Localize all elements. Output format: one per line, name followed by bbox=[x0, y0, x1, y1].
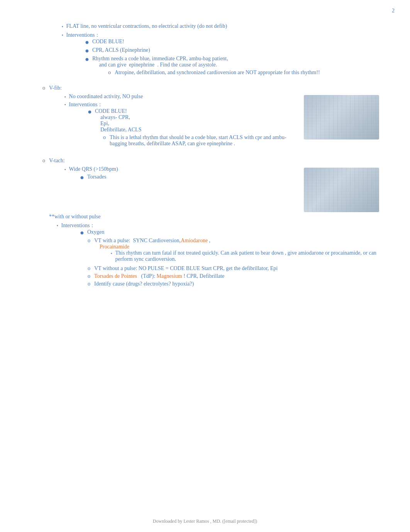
with-without-note: **with or without pulse bbox=[49, 214, 379, 220]
footer: Downloaded by Lester Ramos , MD. ([email… bbox=[0, 518, 410, 524]
oxygen-item: ● Oxygen bbox=[80, 229, 104, 236]
no-coordinated-item: ▪ No coordinated activity, NO pulse bbox=[64, 93, 296, 100]
vtach-image bbox=[304, 168, 379, 212]
identify-cause-item: o Identify cause (drugs? electrolytes? h… bbox=[88, 281, 194, 287]
circle-oxygen: ● bbox=[80, 229, 84, 236]
code-blue-vfib: ● CODE BLUE! always- CPR, Epi, Defibrill… bbox=[88, 108, 141, 133]
vt-no-pulse-item: o VT without a pulse: NO PULSE = CODE BL… bbox=[88, 265, 278, 272]
vfib-image bbox=[304, 95, 379, 139]
o-label-tdp: o bbox=[88, 273, 90, 279]
o-label-vtnopulse: o bbox=[88, 265, 90, 272]
flat-line-item: ▪ FLAT line, no ventricular contractions… bbox=[62, 23, 379, 29]
bullet-sq-vtach2: ▪ bbox=[57, 223, 58, 228]
o-label-atropine: o bbox=[108, 70, 111, 76]
vfib-row: ▪ No coordinated activity, NO pulse ▪ In… bbox=[49, 93, 379, 150]
vt-with-pulse-item: o VT with a pulse: SYNC Cardioversion,Am… bbox=[88, 238, 379, 264]
vfib-o-label: o bbox=[42, 85, 45, 91]
circle-torsades: ● bbox=[80, 174, 84, 181]
vtach-section: o V-tach: ▪ Wide QRS (>150bpm) bbox=[31, 158, 379, 290]
interventions-asystole-item: ▪ Interventions： ● CODE BLUE! ● CPR, ACL… bbox=[62, 32, 379, 77]
lethal-rhythm-text: This is a lethal rhythm that should be a… bbox=[110, 134, 296, 147]
torsades-item: ● Torsades bbox=[80, 174, 296, 181]
circle-bullet-icon: ● bbox=[85, 39, 89, 46]
vfib-section: o V-fib: ▪ No coordinated activity, NO p… bbox=[31, 85, 379, 150]
bullet-sq-vfib2: ▪ bbox=[64, 102, 66, 107]
tdp-text: Torsades de Pointes (TdP): Magnesium ! C… bbox=[94, 273, 224, 279]
asystole-section: ▪ FLAT line, no ventricular contractions… bbox=[31, 23, 379, 77]
flat-line-text: FLAT line, no ventricular contractions, … bbox=[66, 23, 227, 29]
vtach-o-label: o bbox=[42, 158, 45, 164]
code-blue-asystole-text: CODE BLUE! bbox=[92, 39, 124, 45]
no-coordinated-text: No coordinated activity, NO pulse bbox=[69, 93, 143, 100]
bullet-square-icon: ▪ bbox=[62, 24, 63, 29]
vtach-title: V-tach: bbox=[49, 158, 65, 163]
code-blue-vfib-text: CODE BLUE! always- CPR, Epi, Defibrillat… bbox=[95, 108, 142, 133]
o-label-vfib: o bbox=[103, 134, 106, 141]
vtach-row: ▪ Wide QRS (>150bpm) ● Torsades bbox=[49, 166, 379, 212]
circle-bullet-vfib: ● bbox=[88, 108, 92, 115]
vfib-content: V-fib: ▪ No coordinated activity, NO pul… bbox=[49, 85, 379, 150]
circle-bullet-icon2: ● bbox=[85, 47, 89, 54]
oxygen-text: Oxygen bbox=[87, 229, 104, 235]
page-number: 2 bbox=[392, 8, 395, 14]
vt-with-pulse-text: VT with a pulse: SYNC Cardioversion,Amio… bbox=[94, 238, 210, 250]
tdp-item: o Torsades de Pointes (TdP): Magnesium !… bbox=[88, 273, 224, 279]
footer-text: Downloaded by Lester Ramos , MD. ([email… bbox=[153, 518, 257, 524]
o-label-cause: o bbox=[88, 281, 90, 287]
vtach-o-row: o V-tach: ▪ Wide QRS (>150bpm) bbox=[42, 158, 379, 290]
cpr-acls-item: ● CPR, ACLS (Epinephrine) bbox=[85, 47, 150, 54]
bullet-sq-fatal: ▪ bbox=[111, 251, 112, 255]
rhythm-fatal-text: This rhythm can turn fatal if not treate… bbox=[115, 250, 379, 262]
interventions-vtach-item: ▪ Interventions： ● Oxygen o VT bbox=[57, 222, 379, 289]
wide-qrs-text: Wide QRS (>150bpm) bbox=[69, 166, 118, 172]
lethal-rhythm-item: o This is a lethal rhythm that should be… bbox=[103, 134, 296, 147]
bullet-square-icon2: ▪ bbox=[62, 33, 63, 37]
interventions-vfib-label: Interventions： bbox=[69, 101, 103, 108]
wide-qrs-item: ▪ Wide QRS (>150bpm) bbox=[64, 166, 296, 172]
rhythm-needs-item: ● Rhythm needs a code blue, immediate CP… bbox=[85, 56, 228, 68]
vtach-content: V-tach: ▪ Wide QRS (>150bpm) ● Tor bbox=[49, 158, 379, 290]
atropine-item: o Atropine, defibrillation, and synchron… bbox=[108, 70, 320, 76]
torsades-text: Torsades bbox=[87, 174, 107, 180]
vfib-o-row: o V-fib: ▪ No coordinated activity, NO p… bbox=[42, 85, 379, 150]
code-blue-asystole: ● CODE BLUE! bbox=[85, 39, 124, 46]
vt-no-pulse-text: VT without a pulse: NO PULSE = CODE BLUE… bbox=[94, 265, 278, 272]
circle-bullet-icon3: ● bbox=[85, 56, 89, 63]
o-label-vtpulse: o bbox=[88, 238, 90, 244]
interventions-asystole-label: Interventions： bbox=[66, 32, 100, 39]
content: ▪ FLAT line, no ventricular contractions… bbox=[31, 23, 379, 290]
with-without-text: **with or without pulse bbox=[49, 214, 100, 219]
interventions-vtach-label: Interventions： bbox=[61, 222, 95, 229]
page: 2 ▪ FLAT line, no ventricular contractio… bbox=[0, 0, 410, 532]
rhythm-fatal-item: ▪ This rhythm can turn fatal if not trea… bbox=[111, 250, 379, 262]
identify-cause-text: Identify cause (drugs? electrolytes? hyp… bbox=[94, 281, 194, 287]
bullet-sq-vfib: ▪ bbox=[64, 95, 66, 99]
vtach-text-col: ▪ Wide QRS (>150bpm) ● Torsades bbox=[49, 166, 296, 182]
vfib-text-col: ▪ No coordinated activity, NO pulse ▪ In… bbox=[49, 93, 296, 150]
interventions-vfib-item: ▪ Interventions： ● CODE BLUE! always- CP… bbox=[64, 101, 296, 148]
vfib-title: V-fib: bbox=[49, 85, 62, 91]
cpr-acls-text: CPR, ACLS (Epinephrine) bbox=[92, 47, 150, 53]
bullet-sq-vtach: ▪ bbox=[64, 167, 66, 172]
rhythm-needs-text: Rhythm needs a code blue, immediate CPR,… bbox=[92, 56, 228, 68]
atropine-text: Atropine, defibrillation, and synchroniz… bbox=[115, 70, 320, 76]
